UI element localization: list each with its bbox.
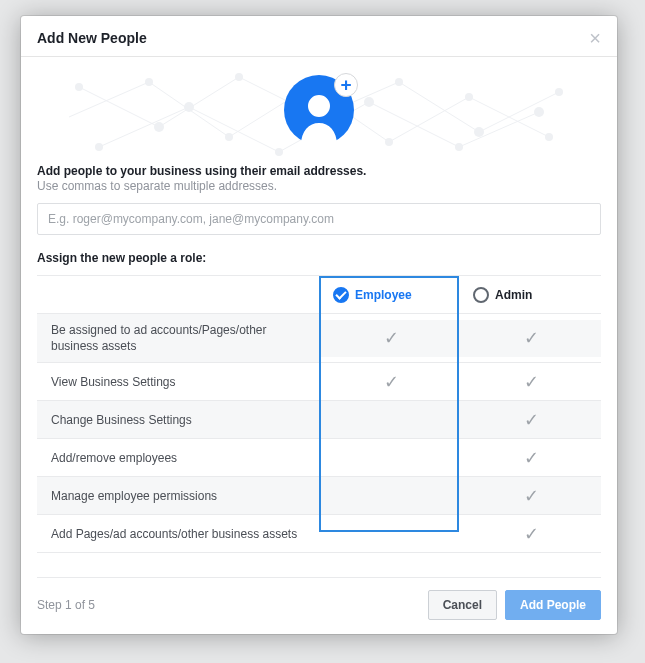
- permission-employee-cell: [321, 477, 461, 514]
- role-option-employee[interactable]: Employee: [321, 276, 461, 313]
- modal-header: Add New People ×: [21, 16, 617, 57]
- instructions: Add people to your business using their …: [37, 164, 601, 193]
- radio-unchecked-icon: [473, 287, 489, 303]
- check-icon: ✓: [384, 371, 399, 393]
- check-icon: ✓: [524, 409, 539, 431]
- role-name-admin: Admin: [495, 288, 532, 302]
- check-icon: ✓: [524, 447, 539, 469]
- permission-employee-cell: ✓: [321, 320, 461, 357]
- role-permissions-table: Employee Admin Be assigned to ad account…: [37, 275, 601, 553]
- svg-point-2: [235, 73, 243, 81]
- permission-label: Manage employee permissions: [37, 477, 321, 514]
- svg-point-5: [474, 127, 484, 137]
- modal-title: Add New People: [37, 30, 147, 46]
- email-field[interactable]: [37, 203, 601, 235]
- silhouette-icon: [297, 91, 341, 145]
- permission-employee-cell: ✓: [321, 363, 461, 400]
- add-people-button[interactable]: Add People: [505, 590, 601, 620]
- svg-point-17: [545, 133, 553, 141]
- cancel-button[interactable]: Cancel: [428, 590, 497, 620]
- permission-label: Add Pages/ad accounts/other business ass…: [37, 515, 321, 552]
- permission-admin-cell: ✓: [461, 515, 601, 552]
- permission-employee-cell: [321, 401, 461, 438]
- svg-point-10: [364, 97, 374, 107]
- check-icon: ✓: [384, 327, 399, 349]
- svg-point-0: [75, 83, 83, 91]
- instructions-sub: Use commas to separate multiple addresse…: [37, 179, 601, 193]
- permission-admin-cell: ✓: [461, 439, 601, 476]
- permission-employee-cell: [321, 515, 461, 552]
- permission-label: Change Business Settings: [37, 401, 321, 438]
- table-row: Be assigned to ad accounts/Pages/other b…: [37, 314, 601, 363]
- svg-point-11: [455, 143, 463, 151]
- svg-point-16: [465, 93, 473, 101]
- role-name-employee: Employee: [355, 288, 412, 302]
- svg-point-14: [225, 133, 233, 141]
- permission-admin-cell: ✓: [461, 363, 601, 400]
- check-icon: ✓: [524, 371, 539, 393]
- permission-admin-cell: ✓: [461, 401, 601, 438]
- table-row: Change Business Settings✓: [37, 401, 601, 439]
- table-row: Add/remove employees✓: [37, 439, 601, 477]
- plus-icon: +: [334, 73, 358, 97]
- close-icon[interactable]: ×: [589, 31, 601, 45]
- svg-point-12: [534, 107, 544, 117]
- role-option-admin[interactable]: Admin: [461, 276, 601, 313]
- permission-label: Be assigned to ad accounts/Pages/other b…: [37, 314, 321, 362]
- assign-role-label: Assign the new people a role:: [37, 251, 601, 265]
- check-icon: ✓: [524, 485, 539, 507]
- table-row: Add Pages/ad accounts/other business ass…: [37, 515, 601, 553]
- permission-admin-cell: ✓: [461, 320, 601, 357]
- table-row: Manage employee permissions✓: [37, 477, 601, 515]
- svg-point-1: [154, 122, 164, 132]
- permission-employee-cell: [321, 439, 461, 476]
- modal-body: + Add people to your business using thei…: [21, 57, 617, 553]
- hero-graphic: +: [37, 57, 601, 162]
- svg-point-15: [385, 138, 393, 146]
- permission-admin-cell: ✓: [461, 477, 601, 514]
- permission-label: View Business Settings: [37, 363, 321, 400]
- check-icon: ✓: [524, 327, 539, 349]
- radio-checked-icon: [333, 287, 349, 303]
- instructions-main: Add people to your business using their …: [37, 164, 601, 178]
- step-indicator: Step 1 of 5: [37, 598, 95, 612]
- add-people-modal: Add New People ×: [21, 16, 617, 634]
- svg-point-9: [275, 148, 283, 156]
- svg-point-8: [184, 102, 194, 112]
- table-header-row: Employee Admin: [37, 276, 601, 314]
- svg-point-7: [95, 143, 103, 151]
- svg-point-13: [145, 78, 153, 86]
- permission-label: Add/remove employees: [37, 439, 321, 476]
- svg-point-4: [395, 78, 403, 86]
- check-icon: ✓: [524, 523, 539, 545]
- table-row: View Business Settings✓✓: [37, 363, 601, 401]
- svg-point-6: [555, 88, 563, 96]
- person-icon: +: [284, 75, 354, 145]
- modal-footer: Step 1 of 5 Cancel Add People: [37, 577, 601, 634]
